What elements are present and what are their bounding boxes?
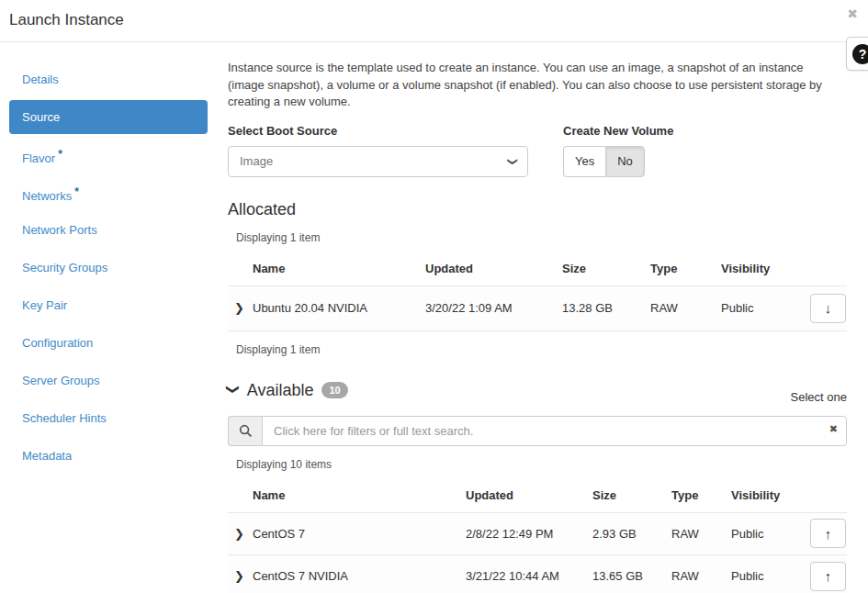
image-visibility: Public [721, 301, 799, 315]
sidebar-item-network-ports[interactable]: Network Ports [0, 211, 220, 249]
table-row: ❯ CentOS 7 2/8/22 12:49 PM 2.93 GB RAW P… [228, 512, 847, 555]
source-step-panel: Instance source is the template used to … [220, 42, 861, 593]
expand-chevron-icon[interactable]: ❯ [228, 301, 253, 315]
allocated-table: Name Updated Size Type Visibility ❯ Ubun… [228, 255, 847, 331]
expand-chevron-icon[interactable]: ❯ [228, 527, 253, 541]
close-icon[interactable]: ✖ [847, 7, 858, 20]
sidebar-item-security-groups[interactable]: Security Groups [0, 249, 220, 286]
sidebar-item-server-groups[interactable]: Server Groups [0, 362, 220, 399]
search-icon [228, 416, 262, 446]
image-type: RAW [650, 301, 721, 315]
col-name: Name [253, 488, 466, 506]
col-updated: Updated [425, 262, 562, 279]
sidebar-item-flavor[interactable]: Flavor* [0, 136, 220, 173]
image-size: 13.28 GB [562, 301, 650, 315]
required-asterisk: * [74, 185, 79, 198]
col-name: Name [253, 262, 425, 279]
image-updated: 3/20/22 1:09 AM [425, 301, 562, 315]
search-input[interactable] [262, 416, 847, 446]
image-name: CentOS 7 [253, 527, 466, 541]
col-visibility: Visibility [721, 262, 799, 279]
create-volume-toggle: Yes No [563, 146, 645, 177]
help-button[interactable]: ? [846, 37, 868, 71]
wizard-sidebar: Details Source Flavor* Networks* Network… [0, 42, 220, 593]
modal-header: Launch Instance ✖ [0, 0, 868, 42]
available-count-badge: 10 [321, 382, 347, 398]
allocated-heading: Allocated [228, 200, 847, 219]
col-visibility: Visibility [731, 488, 799, 506]
image-visibility: Public [731, 569, 799, 583]
boot-source-label: Select Boot Source [228, 124, 528, 138]
image-type: RAW [671, 527, 731, 541]
help-icon: ? [852, 44, 868, 64]
arrow-down-icon: ↓ [825, 300, 832, 316]
col-type: Type [650, 262, 721, 279]
image-name: CentOS 7 NVIDIA [253, 569, 466, 583]
image-name: Ubuntu 20.04 NVIDIA [253, 301, 425, 315]
image-size: 13.65 GB [592, 569, 671, 583]
available-heading: Available [247, 381, 314, 400]
allocated-count: Displaying 1 item [236, 231, 847, 244]
table-header: Name Updated Size Type Visibility [228, 482, 847, 512]
clear-search-icon[interactable]: ✖ [829, 424, 838, 434]
source-description: Instance source is the template used to … [228, 60, 834, 111]
sidebar-item-configuration[interactable]: Configuration [0, 324, 220, 362]
image-updated: 2/8/22 12:49 PM [466, 527, 592, 541]
select-one-hint: Select one [791, 390, 847, 404]
required-asterisk: * [58, 148, 62, 161]
expand-chevron-icon[interactable]: ❯ [228, 569, 253, 583]
chevron-down-icon: ❯ [498, 157, 527, 165]
collapse-chevron-icon[interactable]: ❯ [226, 384, 241, 395]
deallocate-button[interactable]: ↓ [810, 294, 846, 323]
col-updated: Updated [466, 488, 592, 506]
image-visibility: Public [731, 527, 799, 541]
col-type: Type [671, 488, 731, 506]
allocated-footer-count: Displaying 1 item [236, 343, 847, 356]
boot-source-value: Image [240, 154, 273, 168]
allocate-button[interactable]: ↑ [810, 562, 846, 591]
arrow-up-icon: ↑ [825, 568, 832, 584]
table-row: ❯ CentOS 7 NVIDIA 3/21/22 10:44 AM 13.65… [228, 555, 847, 593]
sidebar-item-scheduler-hints[interactable]: Scheduler Hints [0, 399, 220, 437]
volume-yes-button[interactable]: Yes [563, 146, 605, 177]
sidebar-item-key-pair[interactable]: Key Pair [0, 286, 220, 324]
available-table: Name Updated Size Type Visibility ❯ Cent… [228, 482, 847, 593]
allocate-button[interactable]: ↑ [810, 519, 846, 548]
image-size: 2.93 GB [592, 527, 671, 541]
filter-search-bar: ✖ [228, 416, 847, 446]
page-title: Launch Instance [9, 11, 124, 29]
table-row: ❯ Ubuntu 20.04 NVIDIA 3/20/22 1:09 AM 13… [228, 285, 847, 331]
sidebar-item-networks[interactable]: Networks* [0, 173, 220, 211]
image-updated: 3/21/22 10:44 AM [466, 569, 592, 583]
boot-source-select[interactable]: Image ❯ [228, 146, 528, 177]
sidebar-item-details[interactable]: Details [0, 61, 220, 98]
table-header: Name Updated Size Type Visibility [228, 255, 847, 285]
col-size: Size [562, 262, 650, 279]
volume-no-button[interactable]: No [605, 146, 645, 177]
col-size: Size [592, 488, 671, 506]
available-count: Displaying 10 items [236, 458, 847, 471]
sidebar-item-metadata[interactable]: Metadata [0, 437, 220, 475]
arrow-up-icon: ↑ [825, 526, 832, 542]
image-type: RAW [671, 569, 731, 583]
sidebar-item-source[interactable]: Source [9, 100, 208, 134]
create-volume-label: Create New Volume [563, 124, 673, 138]
